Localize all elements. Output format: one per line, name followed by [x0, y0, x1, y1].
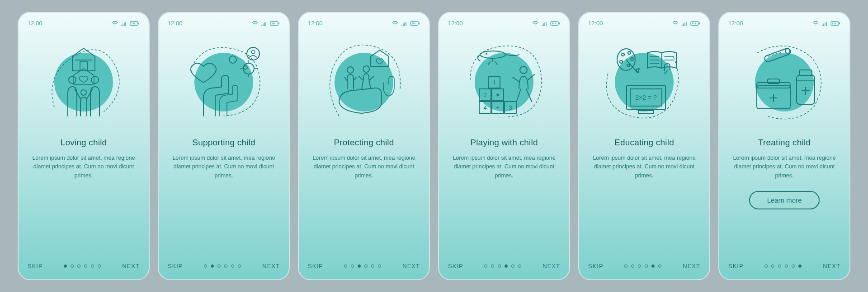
- svg-point-51: [622, 53, 624, 56]
- page-dots: [64, 264, 101, 268]
- status-icons: [532, 21, 560, 26]
- dot[interactable]: [491, 264, 494, 268]
- dot[interactable]: [498, 264, 501, 268]
- dot[interactable]: [64, 264, 67, 268]
- svg-text:+: +: [496, 104, 500, 111]
- slide-description: Lorem ipsum dolor sit amet, mea regione …: [308, 154, 420, 180]
- dot[interactable]: [217, 264, 221, 268]
- wifi-icon: [392, 21, 398, 26]
- svg-point-6: [69, 76, 76, 83]
- onboarding-slide-4: 12:00 12♥4+3 Playing wi: [438, 12, 570, 280]
- skip-button[interactable]: SKIP: [308, 263, 323, 269]
- svg-text:♥: ♥: [496, 92, 500, 98]
- dot[interactable]: [624, 264, 627, 268]
- svg-point-55: [627, 64, 630, 67]
- wifi-icon: [532, 21, 538, 26]
- page-dots: [484, 264, 521, 268]
- next-button[interactable]: NEXT: [683, 263, 700, 269]
- skip-button[interactable]: SKIP: [168, 263, 183, 269]
- dot[interactable]: [204, 264, 207, 268]
- battery-icon: [690, 21, 700, 26]
- illustration: [728, 35, 840, 130]
- dot[interactable]: [651, 264, 655, 268]
- dot[interactable]: [211, 264, 214, 268]
- dot[interactable]: [98, 264, 101, 268]
- slide-title: Playing with child: [448, 138, 560, 148]
- dot[interactable]: [378, 264, 381, 268]
- dot[interactable]: [238, 264, 241, 268]
- status-bar: 12:00: [308, 20, 420, 27]
- slide-description: Lorem ipsum dolor sit amet, mea regione …: [28, 154, 140, 180]
- dot[interactable]: [484, 264, 487, 268]
- status-icons: [672, 21, 700, 26]
- dot[interactable]: [764, 264, 768, 268]
- dot[interactable]: [518, 264, 521, 268]
- skip-button[interactable]: SKIP: [28, 263, 43, 269]
- skip-button[interactable]: SKIP: [448, 263, 463, 269]
- dot[interactable]: [231, 264, 234, 268]
- wifi-icon: [252, 21, 258, 26]
- slide-footer: SKIP NEXT: [28, 263, 140, 269]
- signal-icon: [261, 21, 267, 26]
- dot[interactable]: [358, 264, 361, 268]
- dot[interactable]: [511, 264, 514, 268]
- slide-description: Lorem ipsum dolor sit amet, mea regione …: [588, 154, 700, 180]
- dot[interactable]: [84, 264, 87, 268]
- slide-footer: SKIP NEXT: [588, 263, 700, 269]
- next-button[interactable]: NEXT: [823, 263, 840, 269]
- svg-point-15: [243, 63, 254, 74]
- dot[interactable]: [638, 264, 641, 268]
- battery-icon: [830, 21, 840, 26]
- dot[interactable]: [771, 264, 774, 268]
- dot[interactable]: [371, 264, 374, 268]
- status-time: 12:00: [448, 20, 463, 27]
- status-bar: 12:00: [588, 20, 700, 27]
- dot[interactable]: [224, 264, 227, 268]
- dot[interactable]: [91, 264, 94, 268]
- svg-rect-46: [699, 23, 700, 24]
- family-home-icon: [45, 44, 122, 121]
- signal-icon: [401, 21, 407, 26]
- status-time: 12:00: [308, 20, 323, 27]
- next-button[interactable]: NEXT: [122, 263, 140, 269]
- dot[interactable]: [792, 264, 795, 268]
- svg-rect-18: [410, 22, 418, 25]
- status-time: 12:00: [168, 20, 183, 27]
- learn-more-button[interactable]: Learn more: [749, 191, 820, 209]
- dot[interactable]: [364, 264, 368, 268]
- svg-point-24: [363, 66, 369, 72]
- next-button[interactable]: NEXT: [262, 263, 280, 269]
- svg-text:1: 1: [492, 79, 495, 86]
- signal-icon: [541, 21, 547, 26]
- skip-button[interactable]: SKIP: [728, 263, 744, 269]
- status-time: 12:00: [28, 20, 42, 27]
- slide-description: Lorem ipsum dolor sit amet, mea regione …: [728, 154, 840, 180]
- battery-icon: [550, 21, 560, 26]
- svg-rect-1: [138, 23, 139, 24]
- hands-heart-icon: [185, 44, 262, 121]
- dot[interactable]: [778, 264, 781, 268]
- svg-rect-68: [799, 70, 812, 75]
- dot[interactable]: [631, 264, 634, 268]
- next-button[interactable]: NEXT: [402, 263, 420, 269]
- dot[interactable]: [77, 264, 80, 268]
- dot[interactable]: [658, 264, 661, 268]
- dot[interactable]: [505, 264, 508, 268]
- onboarding-slide-3: 12:00 Protecting child Lorem ipsum dolor…: [298, 12, 430, 280]
- illustration: 12♥4+3: [448, 35, 560, 130]
- status-bar: 12:00: [28, 20, 140, 27]
- dot[interactable]: [645, 264, 648, 268]
- dot[interactable]: [785, 264, 788, 268]
- next-button[interactable]: NEXT: [542, 263, 560, 269]
- dot[interactable]: [344, 264, 347, 268]
- dot[interactable]: [351, 264, 354, 268]
- dot[interactable]: [798, 264, 802, 268]
- dot[interactable]: [71, 264, 74, 268]
- skip-button[interactable]: SKIP: [588, 263, 604, 269]
- education-icon: 2×2 = ?: [606, 44, 683, 121]
- svg-rect-9: [270, 22, 278, 25]
- illustration: [168, 35, 280, 130]
- svg-point-53: [631, 58, 633, 60]
- svg-rect-65: [764, 47, 791, 63]
- svg-point-66: [785, 49, 790, 53]
